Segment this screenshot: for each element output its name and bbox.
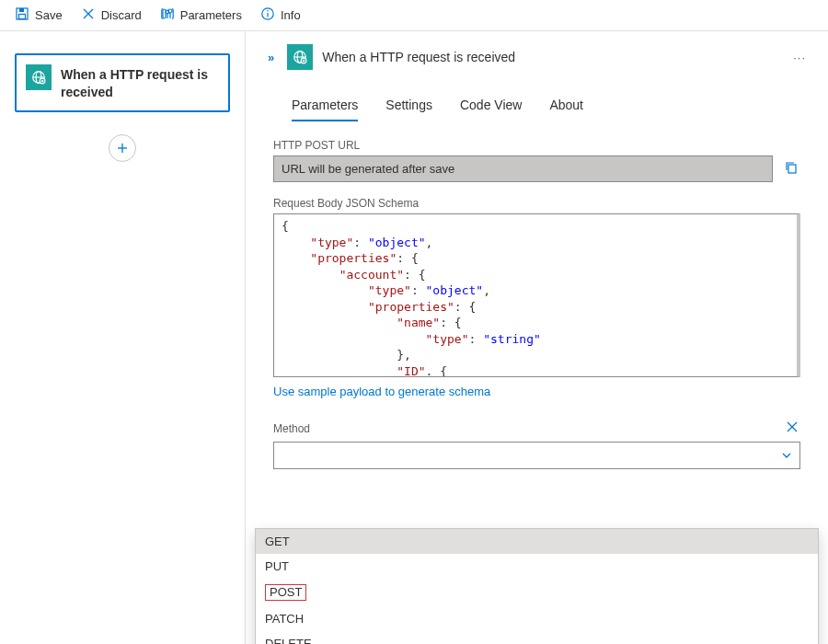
svg-rect-2 <box>19 15 26 19</box>
discard-button[interactable]: Discard <box>74 3 149 28</box>
parameters-button[interactable]: Parameters <box>153 3 249 28</box>
detail-tabs: Parameters Settings Code View About <box>264 94 810 122</box>
plus-icon <box>115 141 130 155</box>
discard-label: Discard <box>101 8 142 22</box>
tab-about[interactable]: About <box>549 94 583 121</box>
method-option-put[interactable]: PUT <box>256 554 818 579</box>
info-button[interactable]: Info <box>253 3 308 28</box>
more-menu-icon[interactable]: ··· <box>789 47 810 68</box>
detail-panel: » When a HTTP request is received ··· Pa… <box>246 31 828 644</box>
save-button[interactable]: Save <box>7 3 70 28</box>
info-label: Info <box>281 8 301 22</box>
sample-payload-link[interactable]: Use sample payload to generate schema <box>273 385 490 398</box>
method-dropdown: GET PUT POST PATCH DELETE Enter custom v… <box>255 528 819 644</box>
http-trigger-icon <box>287 44 313 70</box>
add-step-button[interactable] <box>109 134 136 162</box>
canvas-panel: When a HTTP request is received <box>0 31 246 644</box>
close-icon <box>786 420 799 433</box>
method-option-patch[interactable]: PATCH <box>256 606 818 631</box>
schema-textarea[interactable]: { "type": "object", "properties": { "acc… <box>273 213 800 377</box>
copy-icon <box>784 160 799 175</box>
trigger-title: When a HTTP request is received <box>61 64 219 101</box>
expand-panel-icon[interactable]: » <box>264 49 278 66</box>
svg-point-9 <box>166 10 169 14</box>
tab-parameters[interactable]: Parameters <box>292 94 358 121</box>
info-icon <box>260 6 275 24</box>
chevron-down-icon <box>781 450 792 461</box>
remove-method-button[interactable] <box>784 419 800 438</box>
svg-rect-29 <box>788 165 796 173</box>
top-toolbar: Save Discard Parameters <box>0 0 828 31</box>
trigger-card[interactable]: When a HTTP request is received <box>15 53 230 112</box>
http-post-url-field: URL will be generated after save <box>273 155 773 182</box>
method-label: Method <box>273 422 310 435</box>
http-post-url-label: HTTP POST URL <box>273 139 800 152</box>
save-icon <box>15 6 29 24</box>
schema-label: Request Body JSON Schema <box>273 197 800 210</box>
discard-icon <box>81 6 96 24</box>
tab-code-view[interactable]: Code View <box>460 94 522 121</box>
method-option-post[interactable]: POST <box>256 579 818 606</box>
method-option-delete[interactable]: DELETE <box>256 631 818 644</box>
svg-rect-1 <box>19 8 24 12</box>
detail-title: When a HTTP request is received <box>322 50 515 64</box>
save-label: Save <box>35 8 63 22</box>
parameters-label: Parameters <box>180 8 242 22</box>
parameters-icon <box>160 6 175 24</box>
method-select[interactable] <box>273 442 800 469</box>
svg-point-14 <box>267 10 269 12</box>
copy-url-button[interactable] <box>782 158 800 179</box>
tab-settings[interactable]: Settings <box>385 94 432 121</box>
method-option-get[interactable]: GET <box>256 529 818 554</box>
http-trigger-icon <box>26 64 52 90</box>
